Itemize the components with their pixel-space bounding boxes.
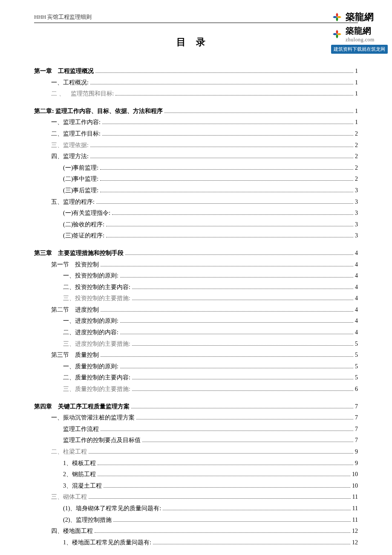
toc-leader [125,254,353,255]
toc-entry-page: 3 [355,208,358,219]
watermark-logo: 築龍網 築龍網 zhulong.com 建筑资料下载就在筑龙网 [331,11,388,54]
toc-entry-page: 1 [355,77,358,89]
toc-entry-page: 2 [355,128,358,140]
toc-leader [89,453,353,454]
toc-title: 目录 [34,36,358,49]
logo-brand-cn-2: 築龍網 [346,25,375,37]
toc-entry-page: 4 [355,248,358,259]
toc-leader [90,147,353,147]
toc-row: 二、监理工作目标:2 [34,128,358,140]
toc-row: 3、混凝土工程10 [34,480,358,492]
toc-row: 监理工作的控制要点及目标值7 [34,435,358,446]
toc-entry-page: 5 [355,338,358,350]
toc-entry-label: 三、质量控制的主要措施: [63,384,130,395]
toc-row: 监理工作流程7 [34,424,358,435]
toc-entry-label: 1、模板工程 [63,458,96,469]
toc-entry-page: 7 [355,424,358,435]
toc-entry-label: 一、工程概况: [51,77,89,89]
toc-leader [136,419,353,419]
toc-row: 四、监理方法:2 [34,151,358,162]
logo-row-1: 築龍網 [331,11,388,23]
toc-entry-label: (一)有关监理指令: [63,208,110,219]
toc-entry-label: 第二章: 监理工作内容、目标、依据、方法和程序 [34,106,163,117]
toc-leader [132,289,353,289]
toc-entry-label: 三、砌体工程 [51,491,87,503]
toc-entry-page: 1 [355,66,358,77]
toc-leader [164,113,353,113]
toc-row: 一、投资控制的原则:4 [34,270,358,282]
toc-entry-label: 第一章 工程监理概况 [34,66,94,77]
toc-row: 第四章 关键工序工程质量监理方案7 [34,401,358,413]
toc-row: 三、砌体工程11 [34,491,358,503]
toc-gap [34,100,358,106]
toc-entry-page: 9 [355,446,358,458]
toc-row: 四、楼地面工程12 [34,526,358,537]
toc-entry-label: 第二节 进度控制 [51,304,99,316]
toc-entry-label: 三、进度控制的主要措施: [63,338,130,350]
toc-leader [98,476,350,476]
table-of-contents: 第一章 工程监理概况1一、工程概况:1二 、 监理范围和目标:1第二章: 监理工… [34,66,358,548]
toc-entry-label: 四、监理方法: [51,151,89,162]
logo-row-2: 築龍網 zhulong.com [331,25,388,43]
toc-leader [142,442,353,442]
toc-entry-label: (三)事后监理: [63,185,98,197]
toc-entry-label: 3、混凝土工程 [63,480,102,492]
toc-entry-label: 监理工作的控制要点及目标值 [63,435,141,446]
toc-entry-label: 2、钢筋工程 [63,469,96,480]
toc-leader [106,237,353,237]
toc-row: 二 、 监理范围和目标:1 [34,88,358,100]
toc-leader [131,408,353,408]
toc-row: (1)、墙身砌体了程常见的质量问题有:11 [34,503,358,515]
toc-entry-label: 一、监理工作内容: [51,117,101,128]
toc-leader [120,277,353,278]
toc-leader [100,192,353,192]
toc-entry-page: 5 [355,372,358,384]
toc-leader [95,532,350,533]
toc-entry-page: 4 [355,293,358,304]
toc-leader [101,431,353,431]
toc-entry-label: 三、监理依据: [51,140,89,151]
toc-entry-label: 二、监理工作目标: [51,128,101,140]
toc-entry-page: 4 [355,259,358,271]
toc-entry-label: 第四章 关键工序工程质量监理方案 [34,401,130,413]
toc-entry-page: 4 [355,315,358,327]
toc-leader [163,510,350,510]
toc-leader [90,84,353,84]
toc-entry-label: 第一节 投资控制 [51,259,99,271]
toc-leader [120,334,353,334]
toc-entry-page: 4 [355,282,358,293]
toc-leader [120,368,353,368]
logo-brand-text-col: 築龍網 zhulong.com [346,25,375,43]
toc-row: 第一节 投资控制4 [34,259,358,271]
toc-entry-label: (1)、墙身砌体了程常见的质量问题有: [63,503,161,515]
toc-entry-page: 3 [355,219,358,231]
toc-row: 1、楼地面工程常见的质量问题有:12 [34,537,358,549]
toc-entry-label: (一)事前监理: [63,162,98,174]
toc-leader [89,498,351,499]
toc-entry-label: 三、投资控制的主要措施: [63,293,130,304]
toc-entry-page: 9 [355,458,358,469]
toc-entry-page: 10 [352,469,358,480]
logo-brand-pinyin: zhulong.com [346,37,375,43]
toc-entry-page: 1 [355,106,358,117]
toc-row: 三、投资控制的主要措施:4 [34,293,358,304]
toc-row: (一)有关监理指令:3 [34,208,358,219]
toc-row: 1、模板工程9 [34,458,358,469]
toc-row: (二)验收的程序:3 [34,219,358,231]
flower-icon [331,11,343,23]
toc-leader [101,266,353,266]
toc-leader [96,203,353,204]
toc-entry-label: 一、质量控制的原则: [63,361,118,373]
toc-entry-label: 一、振动沉管灌注桩的监理方案 [51,412,135,424]
flower-icon [331,28,343,40]
toc-row: 五、监理的程序:3 [34,197,358,208]
toc-entry-page: 7 [355,412,358,424]
document-page: 築龍網 築龍網 zhulong.com 建筑资料下载就在筑龙网 HH [0,0,392,555]
toc-entry-label: 1、楼地面工程常见的质量问题有: [63,537,151,549]
toc-row: 三、监理依据:2 [34,140,358,151]
toc-row: 一、监理工作内容:1 [34,117,358,128]
toc-leader [90,158,353,158]
toc-leader [102,135,353,136]
toc-row: 第二节 进度控制4 [34,304,358,316]
toc-entry-page: 12 [352,537,358,549]
